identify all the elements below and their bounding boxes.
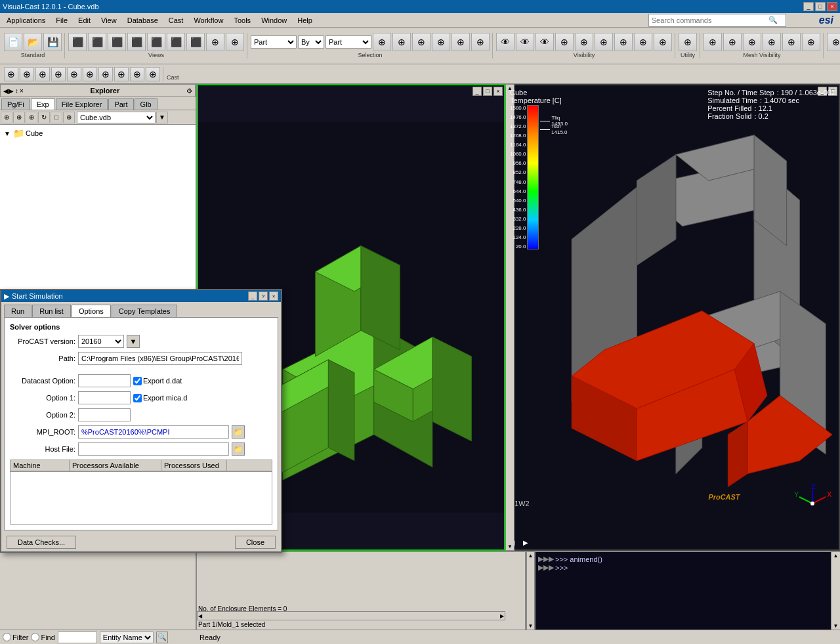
panel-tab-exp[interactable]: Exp (31, 98, 55, 110)
cast-btn10[interactable]: ⊕ (146, 67, 160, 81)
panel-tab-pgfi[interactable]: Pg/Fi (1, 98, 30, 110)
panel-tab-glb[interactable]: Glb (135, 98, 158, 110)
toolbar-vis3[interactable]: 👁 (536, 33, 554, 51)
left-view-max[interactable]: □ (483, 87, 492, 96)
tree-root[interactable]: ▼ 📁 Cube (3, 127, 193, 139)
toolbar-select5[interactable]: ⊕ (452, 33, 470, 51)
bottom-scrollbar-h[interactable]: ◀ ▶ (197, 611, 505, 620)
cast-btn4[interactable]: ⊕ (51, 67, 66, 81)
toolbar-select1[interactable]: ⊕ (373, 33, 391, 51)
toolbar-select4[interactable]: ⊕ (432, 33, 450, 51)
menu-file[interactable]: File (51, 15, 73, 26)
cast-btn7[interactable]: ⊕ (98, 67, 113, 81)
filter-search-btn[interactable]: 🔍 (156, 632, 168, 643)
dialog-tab-copytemplates[interactable]: Copy Templates (112, 305, 178, 317)
h-scroll-right[interactable]: ▶ (499, 612, 505, 620)
toolbar-view9[interactable]: ⊕ (226, 33, 244, 51)
panel-dropdown-arrow[interactable]: ▼ (156, 112, 168, 123)
file-dropdown[interactable]: Cube.vdb (77, 112, 156, 123)
menu-view[interactable]: View (96, 15, 122, 26)
panel-tb-btn3[interactable]: ⊕ (26, 112, 37, 123)
mid-scroll-up[interactable]: ▲ (528, 552, 534, 559)
right-scroll-right[interactable]: ▶ (523, 539, 528, 546)
datacast-input[interactable] (78, 374, 131, 387)
toolbar-meshvis5[interactable]: ⊕ (782, 33, 801, 51)
left-view-min[interactable]: _ (472, 87, 482, 96)
toolbar-meshutil1[interactable]: ⊕ (827, 33, 840, 51)
host-browse-btn[interactable]: 📁 (232, 442, 245, 456)
con-scroll-up[interactable]: ▲ (833, 552, 839, 559)
menu-cast[interactable]: Cast (163, 15, 189, 26)
close-button[interactable]: Close (235, 536, 276, 549)
toolbar-view1[interactable]: ⬛ (68, 33, 87, 51)
con-scroll-down[interactable]: ▼ (833, 622, 839, 630)
dialog-tab-run[interactable]: Run (4, 305, 32, 317)
toolbar-meshvis4[interactable]: ⊕ (763, 33, 781, 51)
toolbar-view7[interactable]: ⬛ (186, 33, 205, 51)
h-scroll-left[interactable]: ◀ (198, 612, 203, 620)
panel-tab-part[interactable]: Part (108, 98, 133, 110)
toolbar-view6[interactable]: ⬛ (167, 33, 185, 51)
toolbar-view8[interactable]: ⊕ (206, 33, 224, 51)
console-scrollbar-v[interactable]: ▲ ▼ (831, 552, 840, 630)
panel-tab-fileexplorer[interactable]: File Explorer (56, 98, 108, 110)
panel-tb-btn6[interactable]: ⊕ (63, 112, 75, 123)
toolbar-vis9[interactable]: ⊕ (654, 33, 672, 51)
part-select2[interactable]: Part (326, 35, 371, 49)
menu-workflow[interactable]: Workflow (188, 15, 228, 26)
menu-edit[interactable]: Edit (73, 15, 96, 26)
toolbar-vis5[interactable]: ⊕ (575, 33, 593, 51)
toolbar-vis1[interactable]: 👁 (496, 33, 514, 51)
panel-tb-btn1[interactable]: ⊕ (1, 112, 12, 123)
menu-database[interactable]: Database (122, 15, 163, 26)
search-input[interactable] (649, 16, 767, 24)
data-checks-button[interactable]: Data Checks... (7, 536, 76, 549)
option1-input[interactable] (78, 391, 131, 404)
mpi-root-input[interactable] (78, 425, 229, 439)
toolbar-meshvis3[interactable]: ⊕ (743, 33, 761, 51)
export-micad-checkbox[interactable] (133, 394, 142, 402)
panel-tb-btn4[interactable]: ↻ (38, 112, 50, 123)
toolbar-select2[interactable]: ⊕ (392, 33, 411, 51)
toolbar-view4[interactable]: ⬛ (127, 33, 146, 51)
toolbar-btn-save[interactable]: 💾 (43, 33, 62, 51)
panel-expand-icon[interactable]: ↕ (15, 87, 18, 95)
option2-input[interactable] (78, 408, 131, 421)
panel-collapse-icon[interactable]: ◀▶ (3, 87, 14, 95)
toolbar-btn-open[interactable]: 📂 (24, 33, 42, 51)
toolbar-vis2[interactable]: 👁 (516, 33, 534, 51)
maximize-btn[interactable]: □ (815, 2, 826, 11)
toolbar-meshvis2[interactable]: ⊕ (723, 33, 742, 51)
toolbar-vis6[interactable]: ⊕ (595, 33, 613, 51)
cast-btn8[interactable]: ⊕ (114, 67, 129, 81)
toolbar-select3[interactable]: ⊕ (412, 33, 430, 51)
dialog-close[interactable]: × (269, 291, 278, 301)
dialog-help[interactable]: ? (259, 291, 268, 301)
menu-tools[interactable]: Tools (228, 15, 256, 26)
toolbar-vis8[interactable]: ⊕ (634, 33, 652, 51)
panel-tb-btn2[interactable]: ⊕ (13, 112, 25, 123)
toolbar-meshvis6[interactable]: ⊕ (802, 33, 820, 51)
toolbar-view2[interactable]: ⬛ (88, 33, 106, 51)
find-radio[interactable] (31, 633, 39, 641)
cast-btn3[interactable]: ⊕ (35, 67, 50, 81)
toolbar-select6[interactable]: ⊕ (471, 33, 490, 51)
filter-radio[interactable] (3, 633, 11, 641)
toolbar-view3[interactable]: ⬛ (108, 33, 126, 51)
menu-window[interactable]: Window (256, 15, 292, 26)
cast-btn2[interactable]: ⊕ (20, 67, 34, 81)
entity-name-select[interactable]: Entity Name (100, 632, 154, 643)
cast-btn5[interactable]: ⊕ (67, 67, 81, 81)
middle-scrollbar-v[interactable]: ▲ ▼ (526, 552, 536, 630)
version-dropdown-btn[interactable]: ▼ (127, 335, 140, 348)
tree-expand-icon[interactable]: ▼ (4, 130, 12, 137)
menu-help[interactable]: Help (292, 15, 318, 26)
mid-scroll-down[interactable]: ▼ (528, 622, 534, 630)
toolbar-btn-new[interactable]: 📄 (4, 33, 22, 51)
cast-btn6[interactable]: ⊕ (83, 67, 97, 81)
toolbar-view5[interactable]: ⬛ (147, 33, 165, 51)
menu-applications[interactable]: Applications (1, 15, 51, 26)
mpi-browse-btn[interactable]: 📁 (232, 425, 245, 439)
panel-settings-icon[interactable]: ⚙ (186, 87, 192, 95)
host-file-input[interactable] (78, 442, 229, 456)
